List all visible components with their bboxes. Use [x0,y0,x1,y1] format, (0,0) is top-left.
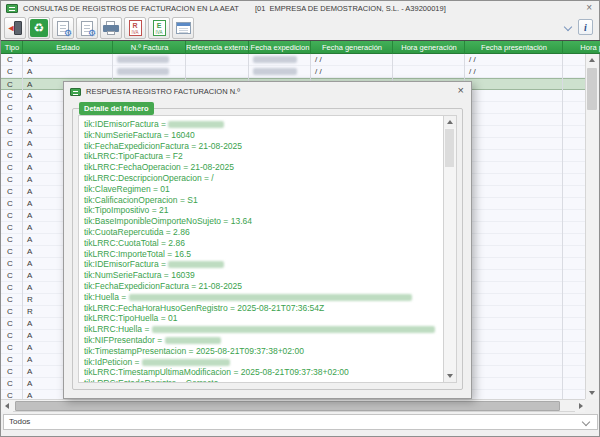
app-window: CONSULTAS DE REGISTROS DE FACTURACION EN… [0,0,600,437]
detail-line: tikLRRC:Huella = [84,324,443,335]
dialog-scroll-up-button[interactable] [444,116,456,128]
vertical-scrollbar[interactable] [585,54,598,399]
window-form-icon [176,22,191,34]
file-detail-groupbox: Detalle del fichero tik:IDEmisorFactura … [72,108,463,390]
table-cell: C [1,114,23,126]
table-cell: C [1,138,23,150]
table-cell: C [1,282,23,294]
toolbar: ◄ ♻ ⚙ ⚙ RIVA EIVA i [1,16,599,41]
scroll-left-button[interactable] [1,400,13,412]
app-icon [6,4,18,13]
table-cell: C [1,150,23,162]
dialog-app-icon [70,88,81,96]
column-header[interactable]: N.º Factura [113,41,186,54]
detail-line: tikLRRC:DescripcionOperacion = / [84,173,443,184]
detail-line: tikLRRC:CuotaTotal = 2.86 [84,238,443,249]
table-header: TipoEstadoN.º FacturaReferencia externaF… [1,40,600,54]
table-cell: C [1,330,23,342]
horizontal-scroll-thumb[interactable] [15,401,560,411]
table-cell: C [1,234,23,246]
redacted-value [129,294,412,301]
horizontal-scrollbar[interactable] [1,399,587,412]
file-detail-label: Detalle del fichero [79,102,154,115]
registro-e-iva-button[interactable]: EIVA [148,17,170,39]
column-header[interactable]: Fecha generación [311,41,393,54]
table-cell: C [1,126,23,138]
table-cell: C [1,258,23,270]
redacted-value [168,261,224,268]
dialog-close-button[interactable]: × [458,84,464,96]
column-divider [112,41,113,54]
column-header[interactable]: Hora generación [393,41,465,54]
table-cell: C [1,378,23,390]
vertical-scroll-thumb[interactable] [587,68,597,110]
column-header[interactable]: Tipo [1,41,23,54]
dialog-scrollbar[interactable] [444,115,457,383]
table-cell: C [1,198,23,210]
column-header[interactable]: Hora presentación [563,41,600,54]
scroll-up-button[interactable] [586,54,598,66]
exit-button[interactable]: ◄ [4,17,26,39]
table-row[interactable]: CA/ // / [1,66,587,78]
print-button[interactable] [100,17,122,39]
filter-select[interactable]: Todos [3,414,598,430]
detail-line: tik:TimestampPresentacion = 2025-08-21T0… [84,346,443,357]
column-header[interactable]: Fecha presentación [465,41,563,54]
table-cell: C [1,79,23,91]
column-header[interactable]: Referencia externa [186,41,249,54]
table-cell: / / [465,54,563,66]
filter-value: Todos [9,417,30,426]
redacted-value [165,337,221,344]
detail-line: tikLRRC:EstadoRegistro = Correcta [84,378,443,383]
window-close-button[interactable]: × [586,1,592,15]
grid-line [22,54,23,399]
registro-r-iva-button[interactable]: RIVA [124,17,146,39]
window-button[interactable] [172,17,194,39]
dialog-scroll-down-button[interactable] [444,370,456,382]
dialog-scroll-thumb[interactable] [445,129,454,167]
window-title: CONSULTAS DE REGISTROS DE FACTURACION EN… [23,4,239,13]
table-cell: / / [311,66,393,78]
scroll-down-button[interactable] [586,387,598,399]
detail-line: tikLRRC:FechaHoraHusoGenRegistro = 2025-… [84,303,443,314]
table-row[interactable]: CA/ // / [1,54,587,66]
refresh-button[interactable]: ♻ [28,17,50,39]
column-header[interactable]: Fecha expedicion [249,41,311,54]
toolbar-chevron-down-icon[interactable] [564,23,572,31]
detail-line: tik:NIFPresentador = [84,335,443,346]
column-divider [464,41,465,54]
table-cell: / / [311,54,393,66]
table-cell: / / [465,66,563,78]
table-cell: C [1,390,23,399]
redacted-value [152,326,435,333]
detail-line: tik:IdPeticion = [84,357,443,368]
table-cell: C [1,174,23,186]
list-setup-button[interactable]: ⚙ [76,17,98,39]
file-detail-text[interactable]: tik:IDEmisorFactura = tik:NumSerieFactur… [78,115,444,383]
column-header[interactable]: Estado [23,41,113,54]
dialog-title-bar[interactable]: RESPUESTA REGISTRO FACTURACION N.º × [64,82,471,101]
table-cell: C [1,342,23,354]
column-divider [185,41,186,54]
dialog-title: RESPUESTA REGISTRO FACTURACION N.º [86,87,240,96]
detail-line: tik:BaseImponibleOimporteNoSujeto = 13.6… [84,216,443,227]
detail-line: tik:CuotaRepercutida = 2.86 [84,227,443,238]
info-button[interactable]: i [578,19,593,35]
detail-line: tik:TipoImpositivo = 21 [84,205,443,216]
r-iva-document-icon: RIVA [129,20,142,36]
table-cell: C [1,222,23,234]
table-cell: C [1,270,23,282]
detail-line: tik:ClaveRegimen = 01 [84,184,443,195]
grid-line [562,54,563,399]
table-cell: C [1,102,23,114]
printer-icon [103,21,119,35]
redacted-cell-value [117,68,169,75]
table-cell: A [23,54,113,66]
window-company: [01 EMPRESA DE DEMOSTRACION, S.L. - A392… [255,4,446,13]
print-setup-button[interactable]: ⚙ [52,17,74,39]
table-cell: C [1,318,23,330]
redacted-cell-value [117,56,169,63]
title-bar: CONSULTAS DE REGISTROS DE FACTURACION EN… [1,1,599,16]
table-cell: C [1,186,23,198]
column-divider [392,41,393,54]
